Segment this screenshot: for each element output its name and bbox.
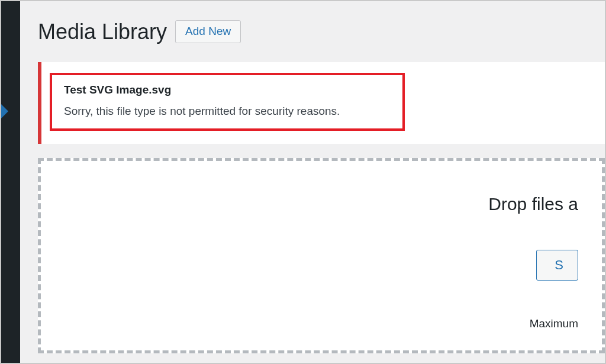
admin-sidebar <box>1 1 20 363</box>
upload-dropzone[interactable]: Drop files a S Maximum <box>38 158 605 353</box>
error-message: Sorry, this file type is not permitted f… <box>64 105 391 118</box>
main-content: Media Library Add New Test SVG Image.svg… <box>20 1 605 363</box>
drop-instruction-text: Drop files a <box>65 194 578 214</box>
error-filename: Test SVG Image.svg <box>64 83 391 96</box>
select-files-button[interactable]: S <box>536 250 578 281</box>
page-title: Media Library <box>38 19 167 44</box>
sidebar-active-indicator <box>1 104 8 118</box>
error-notice: Test SVG Image.svg Sorry, this file type… <box>38 62 605 144</box>
error-highlight-box: Test SVG Image.svg Sorry, this file type… <box>50 73 405 131</box>
max-upload-text: Maximum <box>65 317 578 330</box>
page-header: Media Library Add New <box>38 19 605 44</box>
add-new-button[interactable]: Add New <box>175 20 241 43</box>
app-frame: Media Library Add New Test SVG Image.svg… <box>0 0 606 364</box>
